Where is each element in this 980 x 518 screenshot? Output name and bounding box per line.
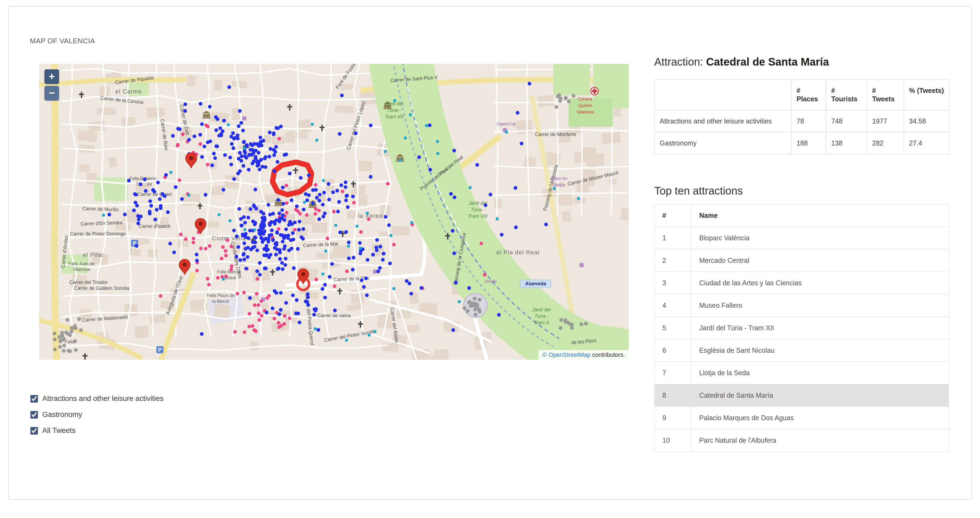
shop-icon [579, 263, 584, 267]
map-label: Tram VII [385, 114, 403, 119]
map-label: Carrer de Pintor Domingo [70, 231, 126, 237]
attribution-suffix: contributors. [592, 351, 625, 358]
attraction-stats-table: # Places# Tourists# Tweets% (Tweets) Att… [654, 79, 950, 154]
top-ten-title: Top ten attractions [654, 185, 950, 197]
map-label: la Mercè [212, 299, 229, 304]
openstreetmap-link[interactable]: OpenStreetMap [549, 351, 590, 358]
attraction-row-name: Llotja de la Seda [691, 362, 949, 384]
filter-label: Gastronomy [42, 410, 82, 419]
clinic-icon [591, 87, 598, 95]
top-ten-col-header: Name [691, 204, 949, 227]
attraction-rank: 9 [654, 407, 691, 429]
zoom-in-button[interactable]: + [45, 69, 59, 84]
map-label: Alameda [525, 281, 546, 286]
filter-1[interactable]: Attractions and other leisure activities [30, 394, 164, 403]
stats-category: Gastronomy [654, 132, 791, 154]
stats-col-header: % (Tweets) [904, 79, 950, 110]
attraction-row-name: Església de Sant Nicolau [691, 339, 949, 362]
main-card: MAP OF VALENCIA + − [8, 6, 972, 500]
attraction-row[interactable]: 4Museo Fallero [654, 294, 949, 317]
stats-tweets: 1977 [867, 110, 904, 132]
attraction-rank: 3 [654, 272, 691, 294]
attraction-rank: 6 [654, 339, 691, 362]
attraction-row[interactable]: 10Parc Natural de l'Albufera [654, 429, 949, 451]
attraction-rank: 4 [654, 294, 691, 317]
attraction-row[interactable]: 7Llotja de la Seda [654, 362, 949, 384]
stats-pct: 34.58 [904, 110, 950, 132]
attraction-row-name: Bioparc València [691, 227, 949, 249]
attraction-rank: 10 [654, 429, 691, 451]
attraction-row[interactable]: 2Mercado Central [654, 249, 949, 272]
stats-category: Attractions and other leisure activities [654, 110, 791, 132]
filter-label: Attractions and other leisure activities [42, 394, 164, 403]
map-label: la Xerea [358, 212, 383, 219]
attraction-rank: 5 [654, 317, 691, 339]
details-panel: Attraction: Catedral de Santa María # Pl… [654, 56, 950, 452]
filter-2[interactable]: Gastronomy [30, 410, 164, 419]
shop-icon [242, 116, 247, 120]
attraction-row[interactable]: 1Bioparc València [654, 227, 949, 249]
map-label: Clinica [578, 97, 592, 102]
attraction-rank: 8 [654, 384, 691, 407]
stats-row: Attractions and other leisure activities… [654, 110, 950, 132]
attraction-row-name: Museo Fallero [691, 294, 949, 317]
filter-checkbox-1[interactable] [30, 395, 38, 403]
map-label: Carrer d'Ixarch [138, 224, 171, 229]
attraction-row[interactable]: 3Ciudad de las Artes y las Ciencias [654, 272, 949, 294]
map-label: Vilarrasa [73, 267, 90, 272]
map-label: Carrer del Triador [69, 280, 108, 285]
filter-checkbox-3[interactable] [30, 427, 38, 435]
stats-tourists: 748 [826, 110, 867, 132]
stats-col-header: # Tweets [867, 79, 904, 110]
stats-col-header [654, 79, 791, 110]
map-label: OpenCor [497, 121, 515, 127]
stats-row: Gastronomy18813828227.4 [654, 132, 950, 154]
stats-col-header: # Tourists [826, 79, 867, 110]
stats-tourists: 138 [826, 132, 867, 154]
attraction-heading: Attraction: Catedral de Santa María [654, 56, 950, 68]
map-label: el Carme [115, 88, 142, 95]
map-label: Verde [553, 182, 565, 187]
attraction-row[interactable]: 6Església de Sant Nicolau [654, 339, 949, 362]
stats-tweets: 282 [867, 132, 904, 154]
svg-text:P: P [158, 347, 162, 353]
map-label: Falla Mercat [217, 269, 241, 274]
copyright-symbol: © [542, 351, 547, 358]
map-label: Túria - [535, 313, 549, 319]
map-label: el Pla del Real [496, 249, 539, 256]
map-label: Valencia [576, 110, 594, 114]
layer-filters: Attractions and other leisure activities… [30, 394, 164, 442]
map-label: Carrer de Monforte [535, 132, 576, 137]
map-canvas: PP Carrer de Ripaldael CarmeCarrer de la… [39, 64, 629, 360]
map-label: Túria - [387, 108, 401, 113]
map-label: Tram X [534, 320, 549, 326]
map-zoom-control: + − [45, 69, 59, 102]
attraction-rank: 7 [654, 362, 691, 384]
attraction-row[interactable]: 9Palacio Marques de Dos Aguas [654, 407, 949, 429]
map-label: Quirón [578, 103, 592, 108]
top-ten-col-header: # [654, 204, 691, 227]
map-label: Túria - [471, 207, 485, 212]
attraction-row-name: Jardí del Túria - Tram XII [691, 317, 949, 339]
attraction-name: Catedral de Santa María [706, 56, 829, 68]
attraction-row-name: Catedral de Santa María [691, 384, 949, 407]
map-attribution: © OpenStreetMap contributors. [539, 350, 629, 360]
attraction-row-name: Mercado Central [691, 249, 949, 272]
map-label: Jardí del [532, 307, 551, 312]
parking-icon: P [156, 346, 164, 353]
stats-places: 78 [791, 110, 826, 132]
attraction-label: Attraction: [654, 56, 703, 68]
stats-pct: 27.4 [904, 132, 950, 154]
map[interactable]: + − [39, 64, 629, 360]
top-ten-table: #Name 1Bioparc València2Mercado Central3… [654, 204, 949, 452]
top-ten-header-row: #Name [654, 204, 949, 227]
filter-3[interactable]: All Tweets [30, 426, 164, 435]
map-label: Tro... Alt [136, 182, 152, 187]
attraction-row[interactable]: 5Jardí del Túria - Tram XII [654, 317, 949, 339]
attraction-row[interactable]: 8Catedral de Santa María [654, 384, 949, 407]
zoom-out-button[interactable]: − [45, 86, 59, 100]
stats-header-row: # Places# Tourists# Tweets% (Tweets) [654, 79, 950, 110]
filter-checkbox-2[interactable] [30, 411, 38, 419]
attraction-rank: 1 [654, 227, 691, 249]
map-label: Carrer de Guillem Sorolla [74, 286, 130, 291]
